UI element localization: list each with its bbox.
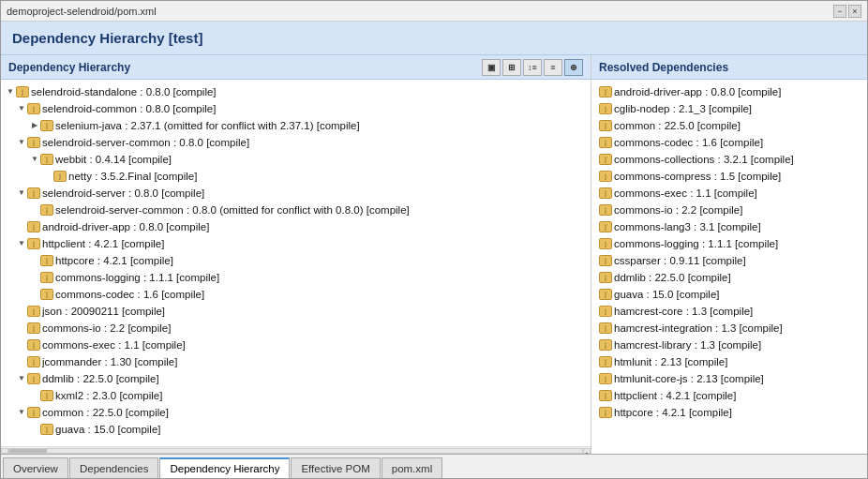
list-item[interactable]: j htmlunit : 2.13 [compile] xyxy=(591,353,867,370)
tab-overview[interactable]: Overview xyxy=(3,457,68,478)
list-item[interactable]: j common : 22.5.0 [compile] xyxy=(591,117,867,134)
jar-icon: j xyxy=(599,272,612,283)
tree-row[interactable]: ▼ j selendroid-server-common : 0.8.0 [co… xyxy=(1,134,591,151)
tree-toggle[interactable]: ▼ xyxy=(16,101,27,116)
jar-icon: j xyxy=(599,103,612,114)
list-item[interactable]: j hamcrest-library : 1.3 [compile] xyxy=(591,337,867,353)
list-item[interactable]: j android-driver-app : 0.8.0 [compile] xyxy=(591,83,867,100)
list-item[interactable]: j commons-exec : 1.1 [compile] xyxy=(591,185,867,202)
collapse-all-button[interactable]: ▣ xyxy=(482,59,501,76)
tab-effective-pom[interactable]: Effective POM xyxy=(291,457,380,478)
scroll-right-btn[interactable]: ► xyxy=(583,448,591,454)
add-button[interactable]: ⊕ xyxy=(564,59,583,76)
tab-dependency-hierarchy[interactable]: Dependency Hierarchy xyxy=(159,457,290,478)
tree-row[interactable]: j commons-codec : 1.6 [compile] xyxy=(1,286,591,303)
tree-row[interactable]: ▼ j selendroid-common : 0.8.0 [compile] xyxy=(1,100,591,117)
list-item[interactable]: j commons-io : 2.2 [compile] xyxy=(591,202,867,218)
node-label: selenium-java : 2.37.1 (omitted for conf… xyxy=(55,118,360,133)
list-item[interactable]: j cglib-nodep : 2.1_3 [compile] xyxy=(591,100,867,117)
tree-toggle xyxy=(29,287,40,302)
title-bar: demoproject-selendroid/pom.xml − × xyxy=(1,1,867,22)
item-label: hamcrest-library : 1.3 [compile] xyxy=(614,337,761,352)
list-item[interactable]: j guava : 15.0 [compile] xyxy=(591,286,867,303)
list-item[interactable]: j commons-collections : 3.2.1 [compile] xyxy=(591,151,867,168)
tree-row[interactable]: ▶ j selenium-java : 2.37.1 (omitted for … xyxy=(1,117,591,134)
tree-toggle[interactable]: ▼ xyxy=(16,135,27,150)
tree-toggle[interactable]: ▼ xyxy=(16,236,27,251)
list-item[interactable]: j cssparser : 0.9.11 [compile] xyxy=(591,252,867,269)
tree-row[interactable]: ▼ j selendroid-server : 0.8.0 [compile] xyxy=(1,185,591,202)
close-button[interactable]: × xyxy=(848,5,861,18)
scroll-left-btn[interactable]: ◄ xyxy=(1,448,8,454)
item-label: commons-codec : 1.6 [compile] xyxy=(614,135,763,150)
scroll-thumb[interactable] xyxy=(9,449,47,453)
tree-row[interactable]: j json : 20090211 [compile] xyxy=(1,303,591,320)
jar-icon: j xyxy=(599,356,612,367)
tab-pom-xml[interactable]: pom.xml xyxy=(382,457,442,478)
minimize-button[interactable]: − xyxy=(833,5,846,18)
jar-icon: j xyxy=(599,373,612,384)
node-label: httpcore : 4.2.1 [compile] xyxy=(55,253,173,268)
resolved-dependencies-list[interactable]: j android-driver-app : 0.8.0 [compile] j… xyxy=(591,80,867,454)
list-item[interactable]: j commons-lang3 : 3.1 [compile] xyxy=(591,218,867,235)
item-label: commons-io : 2.2 [compile] xyxy=(614,202,742,217)
tree-row[interactable]: j android-driver-app : 0.8.0 [compile] xyxy=(1,218,591,235)
page-title: Dependency Hierarchy [test] xyxy=(12,30,202,46)
item-label: common : 22.5.0 [compile] xyxy=(614,118,741,133)
node-label: commons-exec : 1.1 [compile] xyxy=(42,337,186,352)
tree-row[interactable]: j netty : 3.5.2.Final [compile] xyxy=(1,168,591,185)
tab-overview-label: Overview xyxy=(13,463,58,474)
filter-button[interactable]: ≡ xyxy=(544,59,562,76)
left-panel-title: Dependency Hierarchy xyxy=(8,61,130,74)
list-item[interactable]: j httpclient : 4.2.1 [compile] xyxy=(591,387,867,404)
dependency-tree[interactable]: ▼ j selendroid-standalone : 0.8.0 [compi… xyxy=(1,80,591,446)
tree-row[interactable]: ▼ j ddmlib : 22.5.0 [compile] xyxy=(1,370,591,387)
tree-toggle[interactable]: ▼ xyxy=(29,152,40,167)
tree-row[interactable]: j kxml2 : 2.3.0 [compile] xyxy=(1,387,591,404)
tree-toggle[interactable]: ▼ xyxy=(16,405,27,420)
item-label: httpcore : 4.2.1 [compile] xyxy=(614,405,732,420)
tree-toggle[interactable]: ▼ xyxy=(16,186,27,201)
tree-toggle[interactable]: ▶ xyxy=(29,118,40,133)
tab-dependencies[interactable]: Dependencies xyxy=(69,457,159,478)
tree-toggle xyxy=(16,337,27,352)
panels-container: Dependency Hierarchy ▣ ⊞ ↕≡ ≡ ⊕ ▼ j xyxy=(1,55,867,454)
right-panel: Resolved Dependencies j android-driver-a… xyxy=(591,55,867,454)
list-item[interactable]: j commons-compress : 1.5 [compile] xyxy=(591,168,867,185)
tab-dependency-hierarchy-label: Dependency Hierarchy xyxy=(170,463,279,474)
jar-icon: j xyxy=(599,86,612,97)
list-item[interactable]: j hamcrest-core : 1.3 [compile] xyxy=(591,303,867,320)
tree-toggle xyxy=(42,169,53,184)
tree-row[interactable]: ▼ j httpclient : 4.2.1 [compile] xyxy=(1,235,591,252)
item-label: hamcrest-core : 1.3 [compile] xyxy=(614,304,753,319)
list-item[interactable]: j httpcore : 4.2.1 [compile] xyxy=(591,404,867,421)
tree-row[interactable]: j httpcore : 4.2.1 [compile] xyxy=(1,252,591,269)
tree-row[interactable]: j commons-logging : 1.1.1 [compile] xyxy=(1,269,591,286)
list-item[interactable]: j ddmlib : 22.5.0 [compile] xyxy=(591,269,867,286)
jar-icon: j xyxy=(40,120,53,131)
jar-icon: j xyxy=(27,322,40,334)
node-label: selendroid-server-common : 0.8.0 [compil… xyxy=(42,135,249,150)
tree-row[interactable]: j selendroid-server-common : 0.8.0 (omit… xyxy=(1,202,591,218)
expand-all-button[interactable]: ⊞ xyxy=(502,59,521,76)
tree-row[interactable]: j jcommander : 1.30 [compile] xyxy=(1,353,591,370)
tree-row[interactable]: j commons-exec : 1.1 [compile] xyxy=(1,337,591,353)
jar-icon: j xyxy=(599,187,612,199)
tree-toggle[interactable]: ▼ xyxy=(16,371,27,386)
list-item[interactable]: j hamcrest-integration : 1.3 [compile] xyxy=(591,320,867,337)
scroll-track[interactable] xyxy=(8,448,583,454)
tree-row[interactable]: ▼ j webbit : 0.4.14 [compile] xyxy=(1,151,591,168)
list-item[interactable]: j commons-logging : 1.1.1 [compile] xyxy=(591,235,867,252)
horizontal-scrollbar[interactable]: ◄ ► xyxy=(1,446,591,454)
tree-row[interactable]: j guava : 15.0 [compile] xyxy=(1,421,591,438)
jar-icon: j xyxy=(599,204,612,216)
sort-button[interactable]: ↕≡ xyxy=(523,59,542,76)
list-item[interactable]: j commons-codec : 1.6 [compile] xyxy=(591,134,867,151)
tree-row[interactable]: j commons-io : 2.2 [compile] xyxy=(1,320,591,337)
tree-row[interactable]: ▼ j selendroid-standalone : 0.8.0 [compi… xyxy=(1,83,591,100)
list-item[interactable]: j htmlunit-core-js : 2.13 [compile] xyxy=(591,370,867,387)
tree-toggle[interactable]: ▼ xyxy=(5,84,16,99)
tree-row[interactable]: ▼ j common : 22.5.0 [compile] xyxy=(1,404,591,421)
node-label: selendroid-standalone : 0.8.0 [compile] xyxy=(31,84,217,99)
node-label: selendroid-server-common : 0.8.0 (omitte… xyxy=(55,202,410,217)
